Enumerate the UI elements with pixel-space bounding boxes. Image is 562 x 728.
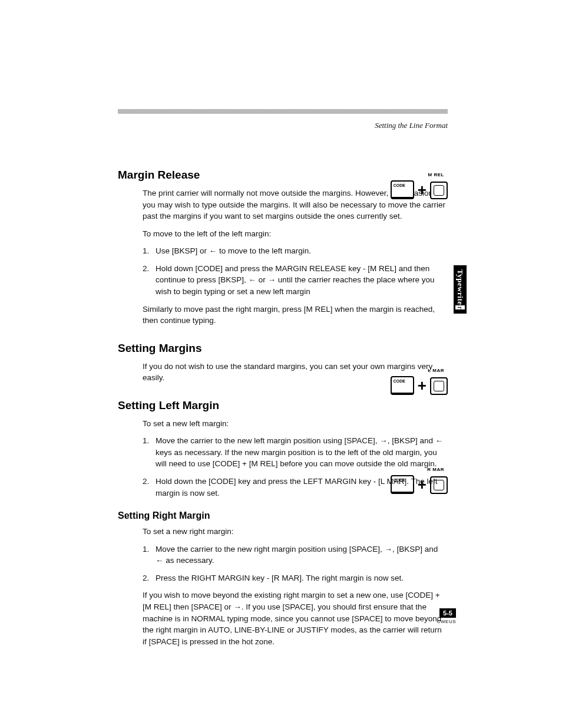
page-content: M REL + L MAR + R MAR + Margin Release T… [118, 169, 448, 647]
plus-icon: + [418, 182, 427, 197]
keycombo-lmar: L MAR + [391, 376, 448, 395]
header-rule [118, 109, 448, 114]
paragraph: If you wish to move beyond the existing … [143, 589, 448, 647]
heading-setting-right-margin: Setting Right Margin [118, 510, 448, 521]
paragraph: To set a new left margin: [143, 418, 448, 430]
list-item: 2.Hold down the [CODE] key and press the… [143, 476, 448, 499]
list-item: 1.Move the carrier to the new left margi… [143, 435, 448, 470]
paragraph: To move to the left of the left margin: [143, 228, 448, 240]
page-number: 5-5 [439, 608, 456, 618]
heading-setting-margins: Setting Margins [118, 342, 448, 355]
section-tab-text: Typewrite [455, 269, 465, 305]
list-item: 1.Move the carrier to the new right marg… [143, 543, 448, 566]
keycombo-mrel: M REL + [391, 180, 448, 199]
list-item: 2.Hold down [CODE] and press the MARGIN … [143, 263, 448, 298]
keycap-blank-icon [430, 182, 448, 199]
keycap-code-icon [391, 376, 414, 395]
paragraph: To set a new right margin: [143, 526, 448, 538]
keycap-code-icon [391, 180, 414, 199]
list-item-text: Move the carrier to the new left margin … [156, 436, 443, 468]
heading-margin-release: Margin Release [118, 169, 448, 182]
heading-setting-left-margin: Setting Left Margin [118, 399, 448, 412]
list-item: 1.Use [BKSP] or ← to move to the left ma… [143, 245, 448, 257]
page-code: CWEUS [437, 619, 456, 624]
list-item-text: Hold down [CODE] and press the MARGIN RE… [156, 264, 434, 296]
keycap-blank-icon [430, 377, 448, 395]
keycombo-label: L MAR [428, 368, 444, 373]
list-item-text: Press the RIGHT MARGIN key - [R MAR]. Th… [156, 574, 404, 582]
section-tab: Typewriter [454, 265, 467, 314]
plus-icon: + [418, 378, 427, 393]
list-item-text: Hold down the [CODE] key and press the L… [156, 477, 437, 498]
paragraph: Similarly to move past the right margin,… [143, 304, 448, 327]
running-head: Setting the Line Format [118, 121, 448, 130]
keycombo-label: M REL [428, 172, 444, 177]
list-item: 2.Press the RIGHT MARGIN key - [R MAR]. … [143, 572, 448, 584]
page-number-block: 5-5 CWEUS [437, 607, 456, 624]
section-tab-extra: r [455, 305, 465, 309]
list-item-text: Use [BKSP] or ← to move to the left marg… [156, 246, 311, 255]
list-item-text: Move the carrier to the new right margin… [156, 545, 438, 565]
